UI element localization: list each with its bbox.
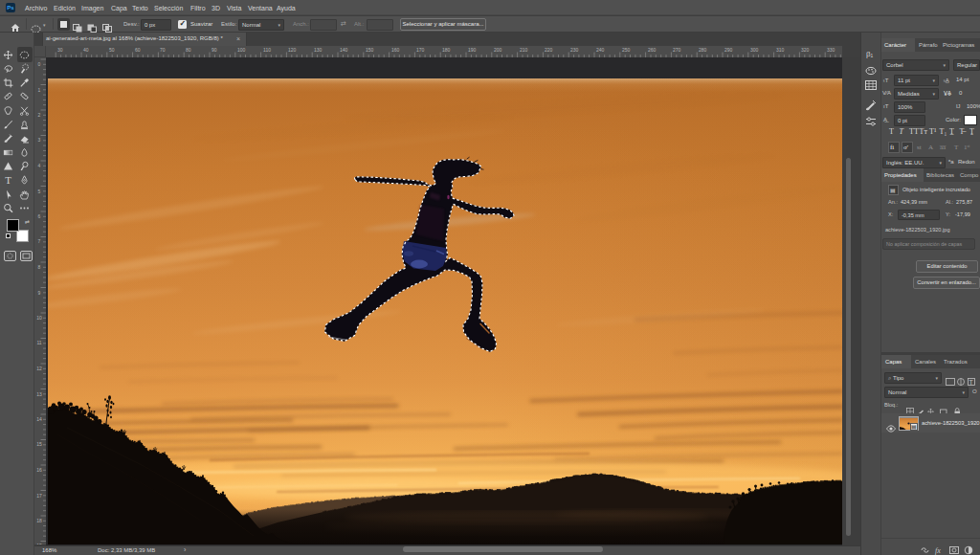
- svg-text:3: 3: [38, 137, 41, 143]
- svg-text:17: 17: [36, 493, 42, 499]
- svg-text:270: 270: [673, 47, 681, 53]
- svg-text:330: 330: [827, 47, 835, 53]
- svg-text:T: T: [5, 175, 11, 186]
- svg-text:110: 110: [263, 47, 271, 53]
- svg-text:5: 5: [38, 189, 41, 194]
- svg-text:70: 70: [160, 47, 166, 53]
- svg-text:T: T: [969, 379, 974, 386]
- svg-text:0: 0: [38, 61, 41, 67]
- svg-text:260: 260: [648, 47, 657, 53]
- svg-text:100: 100: [237, 47, 246, 53]
- svg-text:fx: fx: [935, 546, 941, 555]
- svg-text:310: 310: [776, 47, 785, 53]
- svg-text:80: 80: [186, 47, 191, 53]
- svg-text:170: 170: [416, 47, 425, 53]
- svg-text:19: 19: [36, 543, 42, 544]
- svg-text:230: 230: [570, 47, 579, 53]
- svg-text:40: 40: [83, 47, 89, 53]
- svg-text:130: 130: [314, 47, 323, 53]
- svg-text:9: 9: [38, 290, 41, 296]
- svg-text:250: 250: [622, 47, 631, 53]
- svg-text:11: 11: [36, 340, 41, 345]
- svg-text:8: 8: [38, 264, 41, 270]
- svg-text:220: 220: [545, 47, 553, 53]
- svg-text:200: 200: [494, 47, 502, 53]
- svg-text:7: 7: [38, 238, 41, 244]
- svg-text:160: 160: [391, 47, 400, 53]
- svg-text:6: 6: [38, 213, 41, 219]
- svg-text:13: 13: [36, 391, 42, 397]
- svg-text:18: 18: [36, 518, 42, 523]
- svg-text:16: 16: [36, 467, 42, 473]
- svg-text:30: 30: [57, 47, 63, 53]
- svg-text:280: 280: [699, 47, 707, 53]
- svg-text:90: 90: [212, 47, 217, 53]
- svg-text:15: 15: [36, 441, 42, 447]
- svg-text:150: 150: [366, 47, 374, 53]
- svg-text:50: 50: [109, 47, 115, 53]
- svg-text:300: 300: [750, 47, 759, 53]
- svg-text:1: 1: [38, 87, 41, 93]
- svg-text:120: 120: [288, 47, 297, 53]
- svg-text:β₁: β₁: [866, 50, 874, 58]
- svg-text:60: 60: [135, 47, 141, 53]
- svg-text:320: 320: [801, 47, 810, 53]
- svg-text:14: 14: [36, 416, 42, 422]
- svg-text:290: 290: [724, 47, 733, 53]
- svg-text:2: 2: [38, 112, 41, 118]
- svg-text:180: 180: [442, 47, 451, 53]
- svg-text:10: 10: [36, 315, 42, 321]
- svg-text:4: 4: [38, 163, 41, 168]
- svg-text:140: 140: [340, 47, 348, 53]
- svg-text:240: 240: [596, 47, 605, 53]
- svg-text:210: 210: [520, 47, 528, 53]
- svg-text:190: 190: [468, 47, 477, 53]
- svg-text:12: 12: [36, 366, 42, 371]
